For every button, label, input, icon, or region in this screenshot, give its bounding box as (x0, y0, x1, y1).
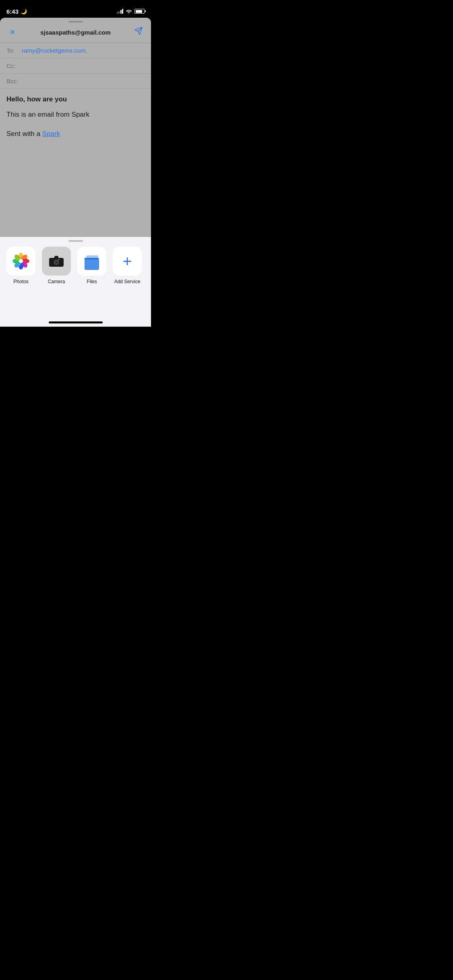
email-content: This is an email from Spark (6, 110, 145, 119)
photos-icon-wrapper (6, 247, 35, 276)
photos-label: Photos (13, 279, 28, 284)
moon-icon: 🌙 (21, 8, 27, 14)
cc-field[interactable]: Cc: (0, 58, 151, 74)
camera-icon-wrapper (42, 247, 71, 276)
email-subject: Hello, how are you (6, 95, 145, 103)
home-indicator (49, 321, 103, 323)
svg-point-9 (19, 259, 23, 263)
files-icon (84, 252, 100, 270)
add-service-icon-wrapper: + (113, 247, 142, 276)
service-item-add-service[interactable]: + Add Service (113, 247, 142, 284)
photos-icon (12, 252, 30, 270)
email-compose-sheet: × sjsaaspaths@gmail.com To: ramy@rocketg… (0, 18, 151, 237)
email-body[interactable]: Hello, how are you This is an email from… (0, 89, 151, 145)
files-icon-wrapper (77, 247, 106, 276)
drag-handle-bottom[interactable] (0, 237, 151, 242)
email-signature: Sent with a Spark (6, 129, 145, 139)
status-right-icons (117, 8, 145, 14)
to-value: ramy@rocketgems.com, (22, 47, 87, 54)
bcc-field[interactable]: Bcc: (0, 74, 151, 89)
svg-point-14 (58, 259, 60, 260)
spark-link[interactable]: Spark (42, 130, 60, 138)
camera-icon (49, 255, 64, 267)
wifi-icon (126, 8, 132, 14)
files-label: Files (87, 279, 97, 284)
send-button[interactable] (132, 27, 145, 38)
camera-label: Camera (48, 279, 65, 284)
to-label: To: (6, 47, 22, 54)
battery-icon (134, 9, 145, 14)
close-button[interactable]: × (6, 27, 19, 37)
svg-point-13 (55, 261, 58, 264)
status-bar: 6:43 🌙 (0, 0, 151, 18)
service-item-files[interactable]: Files (77, 247, 106, 284)
service-item-photos[interactable]: Photos (6, 247, 35, 284)
services-grid: Photos Camera (0, 242, 151, 284)
to-field[interactable]: To: ramy@rocketgems.com, (0, 43, 151, 58)
attachment-sheet: Photos Camera (0, 237, 151, 327)
signal-icon (117, 9, 124, 14)
cc-label: Cc: (6, 62, 22, 69)
time-display: 6:43 (6, 8, 19, 15)
service-item-camera[interactable]: Camera (42, 247, 71, 284)
email-header: × sjsaaspaths@gmail.com (0, 25, 151, 43)
bcc-label: Bcc: (6, 78, 22, 84)
add-service-label: Add Service (114, 279, 141, 284)
status-time: 6:43 🌙 (6, 8, 27, 15)
add-plus-icon: + (123, 253, 132, 269)
drag-handle-top[interactable] (0, 18, 151, 25)
from-email: sjsaaspaths@gmail.com (40, 29, 111, 36)
